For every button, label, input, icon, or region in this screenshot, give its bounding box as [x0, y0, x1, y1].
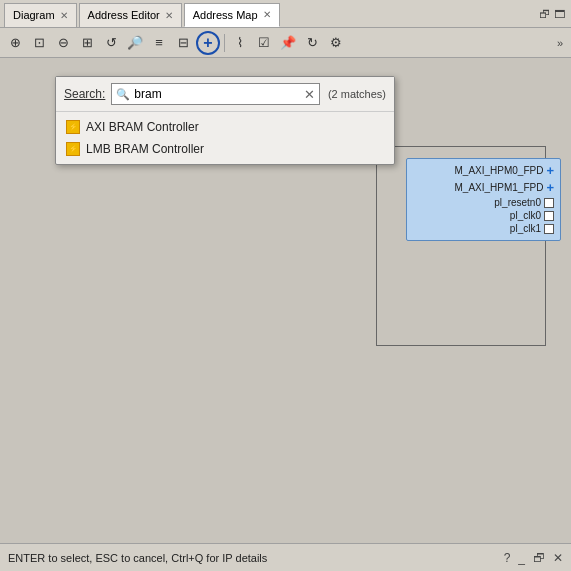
zoom-orig-icon: 🔎	[127, 35, 143, 50]
tab-address-editor-close[interactable]: ✕	[165, 10, 173, 21]
tab-diagram-label: Diagram	[13, 9, 55, 21]
zoom-sel-icon: ⊞	[82, 35, 93, 50]
search-inner-icon: 🔍	[116, 88, 130, 101]
search-input[interactable]	[134, 87, 304, 101]
zoom-out-icon: ⊖	[58, 35, 69, 50]
search-popup: Search: 🔍 ✕ (2 matches) ⚡ AXI BRAM Contr…	[55, 76, 395, 165]
minimize-icon[interactable]: _	[518, 551, 525, 565]
tab-address-editor[interactable]: Address Editor ✕	[79, 3, 182, 27]
validate-icon: ☑	[258, 35, 270, 50]
add-ip-button[interactable]: +	[196, 31, 220, 55]
port-m-axi-hpm1-label: M_AXI_HPM1_FPD	[454, 182, 543, 193]
distribute-icon: ⊟	[178, 35, 189, 50]
zoom-out-button[interactable]: ⊖	[52, 32, 74, 54]
lmb-bram-ip-icon: ⚡	[66, 142, 80, 156]
settings-button[interactable]: ⚙	[325, 32, 347, 54]
validate-button[interactable]: ☑	[253, 32, 275, 54]
tab-address-editor-label: Address Editor	[88, 9, 160, 21]
diagram-ports: M_AXI_HPM0_FPD + M_AXI_HPM1_FPD + pl_res…	[413, 163, 554, 234]
status-close-icon[interactable]: ✕	[553, 551, 563, 565]
port-pl-clk0: pl_clk0	[413, 210, 554, 221]
tab-diagram-close[interactable]: ✕	[60, 10, 68, 21]
toolbar-sep	[224, 34, 225, 52]
result-lmb-bram[interactable]: ⚡ LMB BRAM Controller	[56, 138, 394, 160]
search-results: ⚡ AXI BRAM Controller ⚡ LMB BRAM Control…	[56, 112, 394, 164]
zoom-in-icon: ⊕	[10, 35, 21, 50]
pin-button[interactable]: 📌	[277, 32, 299, 54]
more-icon: »	[557, 37, 563, 49]
canvas-area[interactable]: M_AXI_HPM0_FPD + M_AXI_HPM1_FPD + pl_res…	[0, 58, 571, 543]
lmb-bram-icon-shape: ⚡	[66, 142, 80, 156]
status-restore-icon[interactable]: 🗗	[533, 551, 545, 565]
status-hint: ENTER to select, ESC to cancel, Ctrl+Q f…	[8, 552, 267, 564]
tab-address-map[interactable]: Address Map ✕	[184, 3, 280, 27]
zoom-in-button[interactable]: ⊕	[4, 32, 26, 54]
lmb-bram-label: LMB BRAM Controller	[86, 142, 204, 156]
result-axi-bram[interactable]: ⚡ AXI BRAM Controller	[56, 116, 394, 138]
toolbar: ⊕ ⊡ ⊖ ⊞ ↺ 🔎 ≡ ⊟ + ⌇ ☑ 📌 ↻ ⚙ »	[0, 28, 571, 58]
connect-icon: ⌇	[237, 35, 243, 50]
tab-diagram[interactable]: Diagram ✕	[4, 3, 77, 27]
zoom-fit-button[interactable]: ⊡	[28, 32, 50, 54]
status-bar: ENTER to select, ESC to cancel, Ctrl+Q f…	[0, 543, 571, 571]
axi-bram-icon-shape: ⚡	[66, 120, 80, 134]
port-pl-resetn0-connector[interactable]	[544, 198, 554, 208]
help-icon[interactable]: ?	[504, 551, 511, 565]
zoom-sel-button[interactable]: ⊞	[76, 32, 98, 54]
status-bar-controls: ? _ 🗗 ✕	[504, 551, 563, 565]
refresh-button[interactable]: ↺	[100, 32, 122, 54]
port-pl-resetn0: pl_resetn0	[413, 197, 554, 208]
tab-address-map-close[interactable]: ✕	[263, 9, 271, 20]
distribute-button[interactable]: ⊟	[172, 32, 194, 54]
tab-bar: Diagram ✕ Address Editor ✕ Address Map ✕…	[0, 0, 571, 28]
maximize-window-icon[interactable]: 🗖	[554, 8, 565, 20]
port-pl-clk1: pl_clk1	[413, 223, 554, 234]
port-pl-clk1-connector[interactable]	[544, 224, 554, 234]
port-pl-clk0-connector[interactable]	[544, 211, 554, 221]
port-m-axi-hpm0-plus[interactable]: +	[546, 163, 554, 178]
axi-bram-ip-icon: ⚡	[66, 120, 80, 134]
toolbar-more[interactable]: »	[553, 35, 567, 51]
zoom-fit-icon: ⊡	[34, 35, 45, 50]
port-m-axi-hpm0: M_AXI_HPM0_FPD +	[413, 163, 554, 178]
main-area: M_AXI_HPM0_FPD + M_AXI_HPM1_FPD + pl_res…	[0, 58, 571, 543]
search-input-wrap[interactable]: 🔍 ✕	[111, 83, 320, 105]
refresh-icon: ↺	[106, 35, 117, 50]
tab-address-map-label: Address Map	[193, 9, 258, 21]
tab-bar-controls: 🗗 🗖	[539, 8, 571, 20]
port-m-axi-hpm0-label: M_AXI_HPM0_FPD	[454, 165, 543, 176]
search-clear-icon[interactable]: ✕	[304, 87, 315, 102]
zoom-orig-button[interactable]: 🔎	[124, 32, 146, 54]
regenerate-button[interactable]: ↻	[301, 32, 323, 54]
diagram-block: M_AXI_HPM0_FPD + M_AXI_HPM1_FPD + pl_res…	[406, 158, 561, 241]
align-button[interactable]: ≡	[148, 32, 170, 54]
settings-icon: ⚙	[330, 35, 342, 50]
port-m-axi-hpm1: M_AXI_HPM1_FPD +	[413, 180, 554, 195]
port-pl-clk0-label: pl_clk0	[510, 210, 541, 221]
add-ip-icon: +	[203, 34, 212, 52]
search-label: Search:	[64, 87, 105, 101]
axi-bram-label: AXI BRAM Controller	[86, 120, 199, 134]
port-pl-clk1-label: pl_clk1	[510, 223, 541, 234]
search-header: Search: 🔍 ✕ (2 matches)	[56, 77, 394, 112]
regenerate-icon: ↻	[307, 35, 318, 50]
port-pl-resetn0-label: pl_resetn0	[494, 197, 541, 208]
port-m-axi-hpm1-plus[interactable]: +	[546, 180, 554, 195]
restore-window-icon[interactable]: 🗗	[539, 8, 550, 20]
pin-icon: 📌	[280, 35, 296, 50]
match-count: (2 matches)	[328, 88, 386, 100]
align-icon: ≡	[155, 35, 163, 50]
connect-button[interactable]: ⌇	[229, 32, 251, 54]
